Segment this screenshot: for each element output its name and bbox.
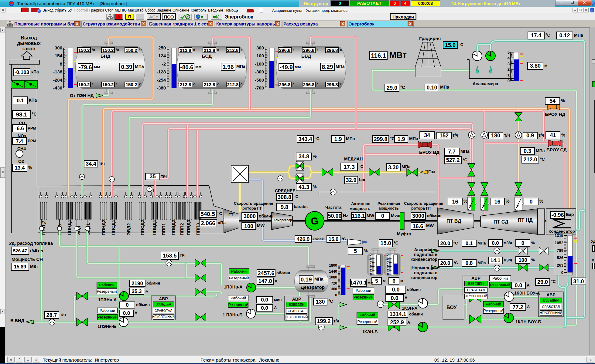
- svg-text:5: 5: [370, 265, 372, 268]
- svg-text:-254: -254: [157, 77, 166, 83]
- svg-text:ПТ НД: ПТ НД: [518, 217, 533, 223]
- svg-text:ППП1: ППП1: [161, 223, 166, 235]
- svg-text:5: 5: [387, 265, 389, 268]
- svg-text:5: 5: [508, 50, 510, 55]
- svg-text:7: 7: [387, 261, 389, 265]
- svg-text:0: 0: [508, 79, 510, 83]
- svg-text:250: 250: [158, 45, 166, 50]
- svg-text:7: 7: [370, 261, 372, 265]
- svg-text:300: 300: [256, 45, 264, 50]
- svg-text:ГТ: ГТ: [228, 212, 234, 217]
- svg-text:-430: -430: [53, 85, 62, 90]
- svg-text:-500: -500: [255, 77, 264, 83]
- svg-text:-700: -700: [255, 85, 264, 90]
- svg-text:3: 3: [508, 62, 510, 66]
- svg-text:12: 12: [385, 253, 389, 257]
- svg-text:ППВД1: ППВД1: [152, 220, 157, 235]
- svg-text:10: 10: [368, 257, 372, 261]
- svg-text:-284: -284: [53, 77, 63, 83]
- svg-text:ППСД2: ППСД2: [140, 220, 145, 235]
- svg-text:ПТ СД: ПТ СД: [494, 219, 508, 224]
- svg-text:ППВД2: ППВД2: [171, 220, 176, 235]
- svg-text:1052: 1052: [555, 241, 563, 245]
- svg-text:ППНД2: ППНД2: [101, 220, 106, 235]
- svg-text:0: 0: [387, 272, 389, 276]
- svg-text:1315: 1315: [555, 233, 563, 238]
- svg-text:-128: -128: [157, 69, 166, 74]
- svg-text:-2: -2: [162, 61, 166, 66]
- svg-text:4: 4: [508, 56, 510, 60]
- svg-text:1800: 1800: [329, 263, 337, 268]
- svg-text:1440: 1440: [329, 269, 337, 274]
- svg-text:1080: 1080: [329, 275, 337, 279]
- svg-text:ППСД1: ППСД1: [111, 220, 116, 235]
- svg-text:-380: -380: [157, 85, 166, 90]
- svg-text:ЭВД2: ЭВД2: [126, 223, 131, 235]
- svg-text:-138: -138: [53, 69, 62, 74]
- svg-text:100: 100: [256, 53, 264, 58]
- svg-text:-100: -100: [255, 61, 264, 66]
- svg-text:ППНД1: ППНД1: [67, 220, 72, 235]
- svg-text:12: 12: [368, 253, 372, 257]
- svg-text:ППП2: ППП2: [179, 223, 184, 235]
- svg-text:789: 789: [557, 248, 563, 253]
- svg-text:-300: -300: [255, 69, 264, 74]
- svg-text:G: G: [311, 215, 319, 227]
- svg-text:720: 720: [331, 281, 337, 285]
- svg-text:8: 8: [60, 61, 62, 66]
- svg-text:263: 263: [557, 263, 563, 268]
- svg-text:154: 154: [55, 53, 63, 58]
- svg-text:Компрессор: Компрессор: [274, 218, 292, 222]
- svg-text:2: 2: [387, 268, 389, 272]
- svg-text:2: 2: [508, 67, 510, 72]
- svg-text:ППВД3: ППВД3: [186, 220, 191, 235]
- svg-text:360: 360: [331, 287, 337, 291]
- svg-text:10: 10: [385, 257, 389, 261]
- svg-text:0: 0: [561, 270, 563, 275]
- svg-text:1: 1: [508, 73, 510, 77]
- svg-text:0: 0: [335, 293, 337, 297]
- svg-text:526: 526: [557, 255, 563, 260]
- svg-text:ПТ ВД: ПТ ВД: [446, 218, 461, 224]
- svg-text:2: 2: [370, 268, 372, 272]
- svg-text:124: 124: [158, 53, 166, 58]
- svg-text:0: 0: [370, 272, 372, 276]
- svg-text:300: 300: [55, 45, 62, 50]
